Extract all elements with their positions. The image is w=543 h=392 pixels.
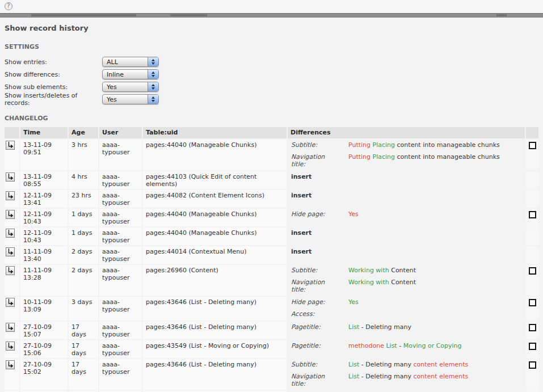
table-row: 27-10-09 15:0717 daysaaaa-typouserpages:… [5,322,538,339]
diff-line: Pagetitle:methodone List - Moving or Cop… [288,340,525,351]
rollback-cell [5,227,19,245]
diff-segment-normal: content into manageable chunks [397,153,500,161]
show-sub-elements-select[interactable]: Yes [102,82,159,92]
row-checkbox[interactable] [529,142,536,149]
table-uid-cell: pages:44040 (Manageable Chunks) [143,227,287,245]
diff-field-value: List - Deleting many [345,322,525,332]
select-stepper-icon [148,70,158,79]
rollback-button[interactable] [6,172,15,182]
table-uid-cell: pages:44040 (Manageable Chunks) [143,140,287,170]
checkbox-cell [526,265,538,296]
table-row: 11-11-09 13:402 daysaaaa-typouserpages:4… [5,246,538,264]
time-cell: 27-10-09 15:07 [20,322,68,339]
diff-field-value: Yes [345,209,525,220]
age-cell: 3 days [69,297,98,321]
settings-row-show-differences: Show differences: Inline [5,68,538,81]
rollback-arrow-icon [7,229,14,238]
select-stepper-icon [148,95,158,104]
table-uid-cell: pages:43646 (List - Deleting many) [143,322,287,339]
differences-cell: Pagetitle:methodone List - Moving or Cop… [288,340,525,358]
insert-label: insert [288,171,525,182]
diff-segment-removed: methodone [348,342,384,349]
settings-row-show-inserts-deletes: Show inserts/deletes of records: Yes [5,93,538,106]
diff-segment-normal: - [399,342,401,349]
diff-line: Subtitle:Working with Content [288,265,525,276]
rollback-arrow-icon [7,342,14,351]
show-differences-select[interactable]: Inline [102,69,159,79]
table-uid-cell: pages:44040 (Manageable Chunks) [143,209,287,226]
age-cell: 17 days [69,340,98,358]
diff-segment-normal: Content [391,267,416,274]
row-checkbox[interactable] [529,324,536,331]
show-differences-label: Show differences: [5,71,102,78]
rollback-cell [5,359,19,390]
rollback-button[interactable] [6,210,15,219]
table-uid-cell: pages:26960 (Content) [143,265,287,296]
row-checkbox[interactable] [529,361,536,369]
diff-field-label: Subtitle: [288,359,344,370]
row-checkbox[interactable] [529,211,536,218]
diff-field-value: List - Deleting many content elements [345,359,525,370]
diff-segment-added: Placing [373,153,395,161]
diff-line: Subtitle:Putting Placing content into ma… [288,140,525,150]
user-cell: aaaa-typouser [99,171,142,189]
diff-field-label: Hide page: [288,297,344,307]
table-row: 13-11-09 09:513 hrsaaaa-typouserpages:44… [5,140,538,170]
age-cell: 3 hrs [69,140,98,170]
show-inserts-deletes-select[interactable]: Yes [102,94,159,104]
table-uid-cell: pages:44014 (Contextual Menu) [143,246,287,264]
rollback-cell [5,297,19,321]
time-cell: 13-11-09 09:51 [20,140,68,170]
select-value: ALL [103,57,148,66]
rollback-cell [5,265,19,296]
rollback-button[interactable] [6,229,15,238]
diff-segment-added: List [386,342,397,349]
differences-cell: Subtitle:Working with ContentNavigation … [288,265,525,296]
diff-line: Navigation title:Putting Placing content… [288,151,525,169]
table-uid-cell: pages:43646 (List - Deleting many) [143,359,287,390]
time-cell: 11-11-09 13:28 [20,265,68,296]
rollback-button[interactable] [6,247,15,256]
differences-cell: Hide page:YesAccess: [288,297,525,321]
rollback-button[interactable] [6,191,15,200]
insert-label: insert [288,227,525,238]
time-cell: 12-11-09 10:43 [20,209,68,226]
age-cell: 17 days [69,359,98,390]
top-bar: ? [0,0,543,13]
diff-segment-added: List [348,373,359,380]
clipped-content-artifact [31,14,136,16]
checkbox-cell [526,227,538,245]
show-entries-label: Show entries: [5,58,102,66]
help-icon[interactable]: ? [5,2,12,10]
rollback-button[interactable] [6,342,15,351]
checkbox-cell [526,297,538,321]
row-checkbox[interactable] [529,343,536,350]
show-entries-select[interactable]: ALL [102,57,159,67]
checkbox-cell [526,171,538,189]
rollback-arrow-icon [7,248,14,256]
diff-line: Access: [288,309,525,319]
age-column-header: Age [69,127,98,138]
row-checkbox[interactable] [529,267,536,275]
user-cell: aaaa-typouser [99,322,142,339]
rollback-cell [5,171,19,189]
rollback-button[interactable] [6,360,15,369]
time-cell: 10-11-09 13:09 [20,297,68,321]
diff-segment-normal: - Deleting many [361,373,411,380]
table-row: 13-11-09 08:554 hrsaaaa-typouserpages:44… [5,171,538,189]
checkbox-cell [526,190,538,208]
insert-label: insert [288,246,525,256]
rollback-cell [5,340,19,358]
rollback-arrow-icon [7,210,14,219]
diff-field-value: Yes [345,297,525,307]
rollback-button[interactable] [6,298,15,307]
clipped-content-artifact [496,14,507,16]
select-value: Yes [103,95,148,104]
checkbox-column-header [526,127,538,138]
rollback-button[interactable] [6,141,15,150]
diff-segment-removed: content elements [414,361,469,368]
row-checkbox[interactable] [529,299,536,306]
rollback-button[interactable] [6,323,15,332]
rollback-button[interactable] [6,266,15,275]
user-cell: aaaa-typouser [99,265,142,296]
